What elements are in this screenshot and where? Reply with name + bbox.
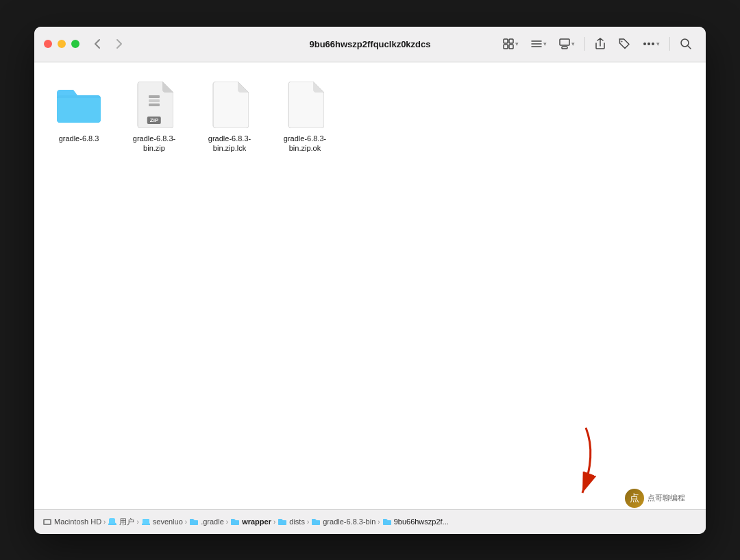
view-list-chevron: ▾ <box>543 40 547 47</box>
search-button[interactable] <box>676 35 696 53</box>
view-grid-button[interactable]: ▾ <box>499 36 523 52</box>
view-gallery-button[interactable]: ▾ <box>555 36 579 52</box>
breadcrumb-item-gradle-bin[interactable]: gradle-6.8.3-bin <box>311 517 375 526</box>
file-item-ok[interactable]: gradle-6.8.3-bin.zip.ok <box>274 76 336 158</box>
view-list-button[interactable]: ▾ <box>527 36 551 52</box>
svg-rect-20 <box>45 520 50 524</box>
view-gallery-chevron: ▾ <box>571 40 575 47</box>
breadcrumb-label-sevenluo: sevenluo <box>153 518 183 526</box>
files-grid: gradle-6.8.3 <box>48 76 692 158</box>
breadcrumb-item-gradle[interactable]: .gradle <box>189 517 224 526</box>
more-chevron: ▾ <box>656 40 660 47</box>
svg-rect-0 <box>504 39 508 43</box>
file-item-folder[interactable]: gradle-6.8.3 <box>48 76 110 158</box>
back-button[interactable] <box>88 34 107 53</box>
tag-button[interactable] <box>614 35 634 53</box>
breadcrumb-item-hash[interactable]: 9bu66hwszp2f... <box>382 517 449 526</box>
svg-rect-2 <box>504 45 508 49</box>
breadcrumb-label-hd: Macintosh HD <box>54 518 101 526</box>
finder-window: 9bu66hwszp2ffquclkz0kzdcs ▾ ▾ <box>34 27 706 534</box>
toolbar-separator-2 <box>669 37 670 51</box>
title-bar: 9bu66hwszp2ffquclkz0kzdcs ▾ ▾ <box>34 27 706 62</box>
file-label-folder: gradle-6.8.3 <box>59 134 99 143</box>
svg-rect-3 <box>509 45 513 49</box>
forward-button[interactable] <box>110 34 129 53</box>
window-title: 9bu66hwszp2ffquclkz0kzdcs <box>310 39 431 49</box>
breadcrumb-item-dists[interactable]: dists <box>278 517 305 526</box>
svg-point-13 <box>681 39 689 47</box>
more-button[interactable]: ▾ <box>639 38 664 50</box>
content-area: gradle-6.8.3 <box>34 62 706 509</box>
toolbar-right: ▾ ▾ ▾ <box>499 35 696 53</box>
share-button[interactable] <box>591 35 610 53</box>
breadcrumb-label-wrapper: wrapper <box>242 518 271 526</box>
breadcrumb-label-dists: dists <box>289 518 305 526</box>
traffic-lights <box>44 40 79 48</box>
file-label-ok: gradle-6.8.3-bin.zip.ok <box>278 134 332 154</box>
svg-point-11 <box>648 42 650 45</box>
breadcrumb-item-sevenluo[interactable]: sevenluo <box>141 517 183 526</box>
breadcrumb-item-hd[interactable]: Macintosh HD <box>42 517 101 526</box>
breadcrumb-item-wrapper[interactable]: wrapper <box>230 517 271 526</box>
svg-rect-1 <box>509 39 513 43</box>
lck-file-icon <box>205 80 254 130</box>
minimize-button[interactable] <box>58 40 66 48</box>
svg-rect-21 <box>143 519 149 524</box>
svg-point-10 <box>643 42 646 45</box>
file-label-lck: gradle-6.8.3-bin.zip.lck <box>203 134 256 154</box>
file-item-lck[interactable]: gradle-6.8.3-bin.zip.lck <box>199 76 260 158</box>
breadcrumb-item-users[interactable]: 用户 <box>108 517 134 527</box>
breadcrumb-label-users: 用户 <box>119 517 134 527</box>
close-button[interactable] <box>44 40 52 48</box>
nav-buttons <box>88 34 129 53</box>
file-item-zip[interactable]: ZIP gradle-6.8.3-bin.zip <box>123 76 185 158</box>
svg-rect-17 <box>149 104 160 106</box>
svg-rect-8 <box>562 47 567 49</box>
folder-icon <box>54 80 103 130</box>
svg-rect-15 <box>149 95 160 98</box>
breadcrumb-label-gradle: .gradle <box>201 518 224 526</box>
breadcrumb-label-hash: 9bu66hwszp2f... <box>394 518 449 526</box>
breadcrumb-label-gradle-bin: gradle-6.8.3-bin <box>323 518 375 526</box>
file-label-zip: gradle-6.8.3-bin.zip <box>127 134 181 154</box>
svg-rect-7 <box>560 39 569 45</box>
zip-badge: ZIP <box>147 117 161 124</box>
svg-line-14 <box>688 46 691 49</box>
maximize-button[interactable] <box>71 40 79 48</box>
toolbar-separator-1 <box>584 37 585 51</box>
zip-file-icon: ZIP <box>130 80 179 130</box>
view-grid-chevron: ▾ <box>515 40 519 47</box>
ok-file-icon <box>280 80 330 130</box>
svg-point-9 <box>621 41 623 42</box>
breadcrumb: Macintosh HD › 用户 › sevenluo › <box>42 517 449 527</box>
svg-point-12 <box>652 42 654 45</box>
status-bar: Macintosh HD › 用户 › sevenluo › <box>34 509 706 534</box>
svg-rect-16 <box>149 99 160 102</box>
